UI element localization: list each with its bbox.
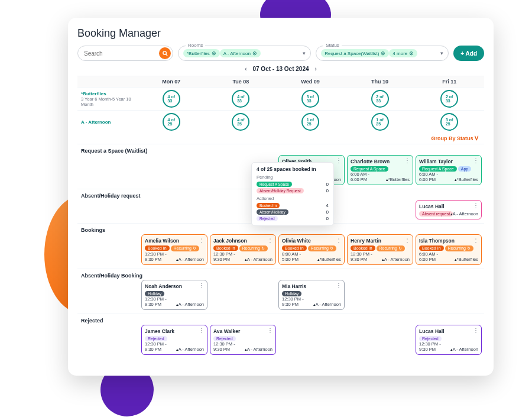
booking-card[interactable]: ⋮ Noah Anderson Holiday 12:30 PM -9:30 P… xyxy=(141,280,207,310)
search-icon[interactable] xyxy=(159,47,171,59)
status-pill: Rejected xyxy=(419,336,442,341)
booking-room: A - Afternoon xyxy=(450,347,478,352)
card-menu-icon[interactable]: ⋮ xyxy=(336,282,342,289)
day-header: Fri 11 xyxy=(414,76,484,87)
filter-chip[interactable]: A - Afternoon ⊗ xyxy=(220,49,261,57)
section-title: Request a Space (Waitlist) xyxy=(77,144,484,155)
status-pill: Rejected xyxy=(145,336,167,341)
booking-card[interactable]: ⋮ Ava Walker Rejected 12:30 PM -9:30 PM … xyxy=(210,325,276,355)
booking-room: *Butterflies xyxy=(386,177,410,182)
booking-room: A - Afternoon xyxy=(245,257,273,262)
card-menu-icon[interactable]: ⋮ xyxy=(199,237,205,243)
chip-remove-icon[interactable]: ⊗ xyxy=(212,50,216,56)
add-button[interactable]: + Add xyxy=(453,46,484,61)
booking-room: A - Afternoon xyxy=(245,347,273,352)
capacity-indicator[interactable]: 3 of25 xyxy=(440,113,458,131)
capacity-indicator[interactable]: 2 of33 xyxy=(371,90,389,108)
card-menu-icon[interactable]: ⋮ xyxy=(404,237,410,243)
filter-chip[interactable]: Request a Space(Waitlist) ⊗ xyxy=(321,49,389,57)
card-menu-icon[interactable]: ⋮ xyxy=(267,327,273,334)
card-menu-icon[interactable]: ⋮ xyxy=(199,282,205,289)
search-input[interactable] xyxy=(84,50,159,57)
booking-manager-panel: Booking Manager Rooms *Butterflies ⊗A - … xyxy=(68,18,494,376)
booking-card[interactable]: ⋮ Mia Harris Holiday 12:30 PM -9:30 PM A… xyxy=(278,280,345,310)
card-menu-icon[interactable]: ⋮ xyxy=(473,327,479,334)
filter-chip[interactable]: 4 more ⊗ xyxy=(389,49,417,57)
capacity-indicator[interactable]: 4 of33 xyxy=(232,90,249,108)
booking-room: *Butterflies xyxy=(455,177,478,182)
booking-card[interactable]: ⋮ Charlotte Brown Request A Space 6:00 A… xyxy=(347,155,413,185)
booking-name: Olivia White xyxy=(282,238,341,244)
filter-chip[interactable]: *Butterflies ⊗ xyxy=(183,49,220,57)
search-field[interactable] xyxy=(77,46,173,61)
section-title: Absent/Holiday Booking xyxy=(77,269,484,280)
status-pill: Request A Space xyxy=(351,166,388,172)
section-title: Rejected xyxy=(77,314,484,325)
status-pill: Booked In xyxy=(213,245,238,251)
status-pill: Absent request xyxy=(419,211,453,217)
booking-card[interactable]: ⋮ Amelia Wilson Booked InRecurring ↻ 12:… xyxy=(141,234,207,265)
status-pill: Booked In xyxy=(145,245,170,251)
booking-card[interactable]: ⋮ Lucas Hall Absent request A - Afternoo… xyxy=(416,200,482,219)
booking-room: A - Afternoon xyxy=(450,211,478,217)
svg-line-1 xyxy=(166,54,167,56)
booking-name: James Clark xyxy=(145,328,204,334)
status-pill: Booked In xyxy=(419,245,444,251)
capacity-indicator[interactable]: 4 of33 xyxy=(163,90,180,108)
capacity-indicator[interactable]: 2 of33 xyxy=(440,90,458,108)
capacity-indicator[interactable]: 4 of25 xyxy=(232,113,249,131)
booking-name: Lucas Hall xyxy=(419,203,478,209)
booking-name: Ava Walker xyxy=(213,328,273,334)
day-header: Mon 07 xyxy=(137,76,206,87)
popover-pill: Absent/Holiday xyxy=(257,209,288,215)
capacity-indicator[interactable]: 4 of25 xyxy=(163,113,180,131)
capacity-popover: 4 of 25 spaces booked in Pending Request… xyxy=(251,162,334,226)
booking-name: Mia Harris xyxy=(282,283,341,289)
status-pill: App xyxy=(458,166,471,172)
card-menu-icon[interactable]: ⋮ xyxy=(267,237,273,243)
prev-week-button[interactable]: ‹ xyxy=(245,66,246,72)
status-pill: Recurring ↻ xyxy=(171,245,199,251)
status-pill: Recurring ↻ xyxy=(377,245,405,251)
booking-name: Isla Thompson xyxy=(419,238,478,244)
date-range-label: 07 Oct - 13 Oct 2024 xyxy=(252,66,309,72)
status-pill: Request A Space xyxy=(419,166,457,172)
card-menu-icon[interactable]: ⋮ xyxy=(404,157,410,164)
status-filter[interactable]: Status Request a Space(Waitlist) ⊗4 more… xyxy=(316,46,449,61)
card-menu-icon[interactable]: ⋮ xyxy=(336,237,342,243)
chevron-down-icon: ▾ xyxy=(303,50,306,56)
next-week-button[interactable]: › xyxy=(315,66,317,72)
booking-room: A - Afternoon xyxy=(176,302,204,307)
card-menu-icon[interactable]: ⋮ xyxy=(473,237,479,243)
status-pill: Recurring ↻ xyxy=(239,245,268,251)
popover-pill: Booked In xyxy=(257,203,280,208)
card-menu-icon[interactable]: ⋮ xyxy=(336,157,342,164)
day-header: Thu 10 xyxy=(345,76,415,87)
booking-card[interactable]: ⋮ Henry Martin Booked InRecurring ↻ 12:3… xyxy=(347,234,413,265)
booking-card[interactable]: ⋮ Isla Thompson Booked InRecurring ↻ 6:0… xyxy=(416,234,482,265)
booking-name: Jack Johnson xyxy=(213,238,273,244)
status-pill: Rejected xyxy=(213,336,236,341)
booking-card[interactable]: ⋮ Lucas Hall Rejected 12:30 PM -9:30 PM … xyxy=(416,325,482,355)
card-menu-icon[interactable]: ⋮ xyxy=(199,327,205,334)
capacity-indicator[interactable]: 1 of25 xyxy=(301,113,319,131)
card-menu-icon[interactable]: ⋮ xyxy=(473,157,479,164)
booking-card[interactable]: ⋮ Olivia White Booked InRecurring ↻ 8:00… xyxy=(278,234,345,265)
chip-remove-icon[interactable]: ⊗ xyxy=(252,50,257,56)
booking-room: A - Afternoon xyxy=(313,302,341,307)
booking-card[interactable]: ⋮ William Taylor Request A SpaceApp 6:00… xyxy=(416,155,482,185)
group-by-toggle[interactable]: Group By Status ᐯ xyxy=(77,133,484,144)
booking-card[interactable]: ⋮ James Clark Rejected 12:30 PM -9:30 PM… xyxy=(141,325,207,355)
popover-pill: Rejected xyxy=(257,216,278,221)
booking-name: Lucas Hall xyxy=(419,328,478,334)
chip-remove-icon[interactable]: ⊗ xyxy=(381,50,385,56)
card-menu-icon[interactable]: ⋮ xyxy=(473,202,479,209)
booking-name: Charlotte Brown xyxy=(351,159,410,164)
popover-pill: Absent/Holiday Request xyxy=(257,188,304,193)
booking-card[interactable]: ⋮ Jack Johnson Booked InRecurring ↻ 12:3… xyxy=(210,234,276,265)
capacity-indicator[interactable]: 1 of25 xyxy=(371,113,389,131)
rooms-filter[interactable]: Rooms *Butterflies ⊗A - Afternoon ⊗ ▾ xyxy=(178,46,311,61)
chip-remove-icon[interactable]: ⊗ xyxy=(409,50,414,56)
capacity-indicator[interactable]: 3 of33 xyxy=(301,90,319,108)
status-pill: Holiday xyxy=(145,291,164,296)
